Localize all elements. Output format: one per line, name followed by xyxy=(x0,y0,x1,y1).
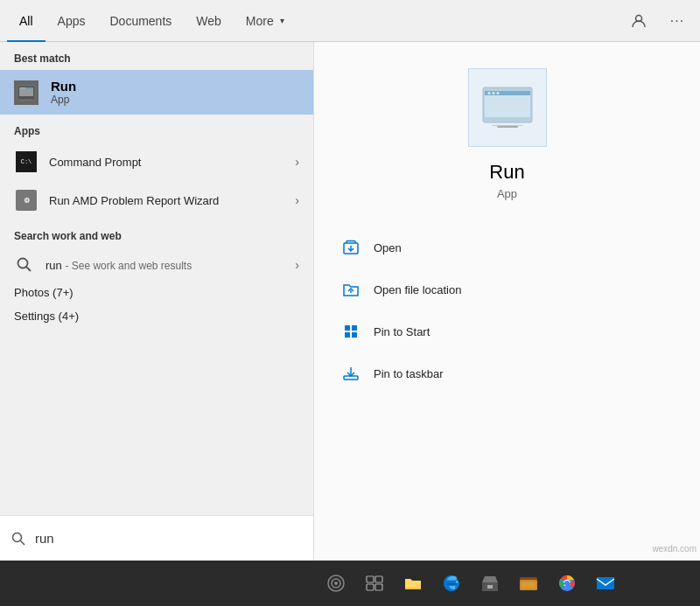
action-list: Open Open file location xyxy=(314,226,700,394)
svg-line-29 xyxy=(21,540,25,545)
svg-rect-25 xyxy=(352,332,357,338)
list-item-cmd[interactable]: Command Prompt › xyxy=(0,143,313,181)
svg-rect-17 xyxy=(497,126,518,128)
chevron-down-icon: ▾ xyxy=(280,16,284,25)
open-file-location-icon xyxy=(339,277,363,302)
best-match-subtitle: App xyxy=(51,94,76,106)
app-title: Run xyxy=(489,161,524,184)
cmd-icon-shape xyxy=(16,151,37,172)
amd-app-icon: ⚙ xyxy=(14,188,38,212)
action-open[interactable]: Open xyxy=(332,226,682,268)
svg-rect-24 xyxy=(345,332,350,338)
tab-bar: All Apps Documents Web More ▾ ··· xyxy=(0,0,700,42)
tab-more[interactable]: More ▾ xyxy=(234,0,297,42)
taskbar-spacer xyxy=(4,561,317,606)
svg-rect-18 xyxy=(492,125,523,126)
svg-rect-33 xyxy=(367,576,374,582)
search-web-text: run - See work and web results xyxy=(46,259,295,272)
svg-rect-8 xyxy=(21,100,32,101)
open-label: Open xyxy=(374,241,402,254)
tab-web[interactable]: Web xyxy=(184,0,234,42)
action-open-file-location[interactable]: Open file location xyxy=(332,268,682,310)
search-web-item[interactable]: run - See work and web results › xyxy=(0,247,313,282)
taskbar-mail[interactable] xyxy=(586,564,625,603)
action-pin-to-taskbar[interactable]: Pin to taskbar xyxy=(332,352,682,394)
search-input-bar xyxy=(0,515,313,561)
svg-point-14 xyxy=(487,92,490,94)
svg-rect-41 xyxy=(522,582,536,589)
pin-to-start-label: Pin to Start xyxy=(374,325,430,338)
svg-point-9 xyxy=(18,259,28,268)
tab-documents[interactable]: Documents xyxy=(97,0,184,42)
cmd-app-icon xyxy=(14,150,38,174)
search-bar-search-icon xyxy=(10,531,26,547)
svg-point-15 xyxy=(492,92,494,94)
tab-bar-right: ··· xyxy=(623,5,693,37)
taskbar-edge[interactable] xyxy=(432,564,471,603)
open-icon xyxy=(339,235,363,260)
person-icon xyxy=(631,13,647,29)
taskbar-file-explorer[interactable] xyxy=(394,564,432,603)
search-web-label: Search work and web xyxy=(0,219,313,247)
profile-button[interactable] xyxy=(623,5,654,37)
svg-point-32 xyxy=(334,582,338,585)
right-panel: Run App Open xyxy=(313,42,700,606)
pin-to-taskbar-icon xyxy=(339,361,363,386)
svg-point-16 xyxy=(496,92,499,94)
ellipsis-icon: ··· xyxy=(670,13,684,29)
run-icon-svg xyxy=(17,83,36,102)
best-match-title: Run xyxy=(51,79,76,94)
best-match-item-run[interactable]: Run App xyxy=(0,70,313,115)
settings-label: Settings (4+) xyxy=(14,310,79,323)
search-panel: All Apps Documents Web More ▾ ··· xyxy=(0,0,700,606)
open-file-location-label: Open file location xyxy=(374,283,461,296)
cmd-arrow-icon: › xyxy=(295,155,299,169)
list-item-amd[interactable]: ⚙ Run AMD Problem Report Wizard › xyxy=(0,181,313,219)
svg-point-6 xyxy=(24,87,24,88)
taskbar-store[interactable] xyxy=(471,564,509,603)
svg-point-28 xyxy=(13,533,22,541)
watermark: wexdn.com xyxy=(652,544,696,554)
amd-label: Run AMD Problem Report Wizard xyxy=(49,194,295,207)
svg-rect-35 xyxy=(367,584,374,590)
svg-rect-38 xyxy=(487,585,493,589)
svg-line-10 xyxy=(26,267,31,271)
photos-label: Photos (7+) xyxy=(14,286,74,299)
search-input[interactable] xyxy=(35,531,303,546)
svg-point-5 xyxy=(22,87,23,88)
svg-rect-22 xyxy=(345,325,350,331)
app-type: App xyxy=(497,187,517,200)
svg-rect-13 xyxy=(485,91,530,95)
taskbar-task-view[interactable] xyxy=(355,564,394,603)
tab-all[interactable]: All xyxy=(7,0,46,42)
taskbar xyxy=(0,561,700,606)
tab-apps[interactable]: Apps xyxy=(46,0,98,42)
action-pin-to-start[interactable]: Pin to Start xyxy=(332,310,682,352)
svg-rect-36 xyxy=(375,584,382,590)
amd-arrow-icon: › xyxy=(295,193,299,207)
taskbar-folder[interactable] xyxy=(509,564,548,603)
search-web-arrow-icon: › xyxy=(295,258,299,272)
svg-rect-34 xyxy=(375,576,382,582)
best-match-text: Run App xyxy=(51,79,76,106)
app-icon-container xyxy=(468,68,547,147)
search-web-icon xyxy=(14,254,35,275)
run-app-icon xyxy=(14,80,38,105)
amd-icon-shape: ⚙ xyxy=(16,190,37,211)
svg-rect-23 xyxy=(352,325,357,331)
svg-point-4 xyxy=(20,87,21,88)
settings-link[interactable]: Settings (4+) xyxy=(0,306,313,330)
pin-to-taskbar-label: Pin to taskbar xyxy=(374,367,444,380)
apps-section-label: Apps xyxy=(0,115,313,143)
pin-to-start-icon xyxy=(339,319,363,344)
photos-link[interactable]: Photos (7+) xyxy=(0,282,313,306)
cmd-label: Command Prompt xyxy=(49,156,295,169)
taskbar-cortana[interactable] xyxy=(317,564,355,603)
more-options-button[interactable]: ··· xyxy=(662,5,693,37)
taskbar-chrome[interactable] xyxy=(548,564,586,603)
svg-rect-45 xyxy=(597,577,614,589)
best-match-label: Best match xyxy=(0,42,313,70)
run-large-icon xyxy=(481,86,534,129)
